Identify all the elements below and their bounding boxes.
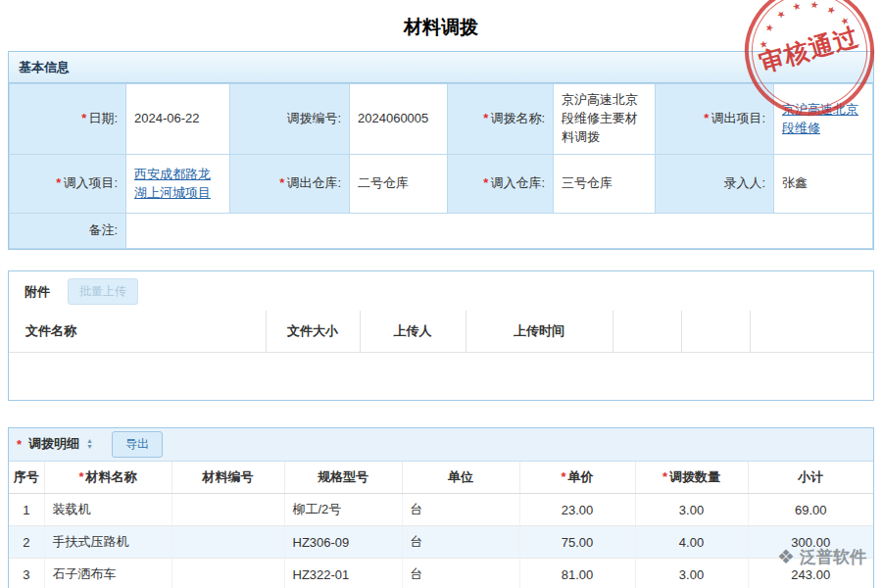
details-header: * 调拨明细 ▲ ▼ 导出 xyxy=(9,428,873,462)
cell-seq: 1 xyxy=(9,494,44,526)
required-marker: * xyxy=(561,469,565,484)
basic-info-row: *日期: 2024-06-22 调拨编号: 2024060005 *调拨名称: … xyxy=(10,84,873,155)
table-row[interactable]: 2 手扶式压路机 HZ306-09 台 75.00 4.00 300.00 xyxy=(9,526,873,559)
field-label-in-project: *调入项目: xyxy=(10,155,126,214)
required-marker: * xyxy=(78,469,83,484)
attachments-empty-body xyxy=(9,353,873,400)
required-marker: * xyxy=(56,175,61,190)
details-panel: * 调拨明细 ▲ ▼ 导出 序号 *材料名称 材料编号 规格型号 单位 *单价 … xyxy=(8,427,874,588)
field-label-text: 调入仓库: xyxy=(490,175,545,190)
column-header-material-code: 材料编号 xyxy=(172,462,284,494)
column-header-file-size: 文件大小 xyxy=(266,311,360,352)
cell-material-name: 手扶式压路机 xyxy=(44,526,172,559)
cell-seq: 3 xyxy=(9,559,44,588)
field-label-text: 调拨名称: xyxy=(490,111,545,125)
basic-info-section-title: 基本信息 xyxy=(9,52,873,83)
transfer-name-value: 京沪高速北京段维修主要材料调拨 xyxy=(562,92,638,144)
batch-upload-button[interactable]: 批量上传 xyxy=(68,278,138,305)
transfer-name-field[interactable]: 京沪高速北京段维修主要材料调拨 xyxy=(554,84,656,155)
column-header-spec: 规格型号 xyxy=(284,462,402,494)
required-marker: * xyxy=(704,111,709,125)
required-marker: * xyxy=(483,111,488,125)
out-warehouse-value: 二号仓库 xyxy=(358,175,409,190)
out-project-field: 京沪高速北京段维修 xyxy=(774,84,873,155)
field-label-out-warehouse: *调出仓库: xyxy=(230,155,350,214)
transfer-no-value: 2024060005 xyxy=(358,111,428,125)
cell-material-code xyxy=(172,559,284,588)
cell-material-name: 石子洒布车 xyxy=(44,559,172,588)
column-header-empty xyxy=(681,311,750,352)
cell-price: 81.00 xyxy=(519,559,635,588)
remark-field[interactable] xyxy=(126,214,873,249)
basic-info-row: *调入项目: 西安成都路龙湖上河城项目 *调出仓库: 二号仓库 *调入仓库: 三… xyxy=(10,155,873,214)
attachments-table: 文件名称 文件大小 上传人 上传时间 xyxy=(9,311,873,353)
field-label-text: 调拨编号: xyxy=(286,111,341,125)
table-row[interactable]: 1 装载机 柳工/2号 台 23.00 3.00 69.00 xyxy=(9,494,873,526)
field-label-text: 调出仓库: xyxy=(286,175,341,190)
header-text: 小计 xyxy=(798,469,823,484)
header-text: 序号 xyxy=(14,469,39,484)
cell-seq: 2 xyxy=(9,526,44,559)
transfer-no-field: 2024060005 xyxy=(350,84,448,155)
out-project-link[interactable]: 京沪高速北京段维修 xyxy=(782,102,858,135)
column-header-uploader: 上传人 xyxy=(360,311,466,352)
required-marker: * xyxy=(17,437,22,452)
header-text: 单位 xyxy=(448,469,473,484)
column-header-empty xyxy=(750,311,873,352)
field-label-text: 录入人: xyxy=(723,175,765,190)
field-label-remark: 备注: xyxy=(10,214,126,249)
cell-price: 23.00 xyxy=(519,494,635,526)
header-text: 规格型号 xyxy=(318,469,368,484)
column-header-seq: 序号 xyxy=(9,462,44,494)
attachments-header: 附件 批量上传 xyxy=(9,271,873,311)
column-header-material-name: *材料名称 xyxy=(44,462,172,494)
vendor-name: 泛普软件 xyxy=(800,546,866,568)
basic-info-row: 备注: xyxy=(10,214,873,249)
header-text: 单价 xyxy=(568,469,594,484)
page-title: 材料调拨 xyxy=(0,0,882,51)
field-label-out-project: *调出项目: xyxy=(656,84,774,155)
in-project-link[interactable]: 西安成都路龙湖上河城项目 xyxy=(134,167,211,200)
header-text: 调拨数量 xyxy=(669,469,720,484)
field-label-transfer-name: *调拨名称: xyxy=(448,84,554,155)
column-header-subtotal: 小计 xyxy=(748,462,873,494)
required-marker: * xyxy=(279,175,284,190)
basic-info-table: *日期: 2024-06-22 调拨编号: 2024060005 *调拨名称: … xyxy=(9,83,873,249)
column-header-file-name: 文件名称 xyxy=(9,311,266,352)
column-header-upload-time: 上传时间 xyxy=(466,311,612,352)
vendor-logo-icon: ❖ xyxy=(777,545,795,568)
cell-spec: HZ322-01 xyxy=(284,559,402,588)
required-marker: * xyxy=(483,175,488,190)
cell-unit: 台 xyxy=(402,494,519,526)
field-label-transfer-no: 调拨编号: xyxy=(230,84,350,155)
field-label-text: 调入项目: xyxy=(63,175,118,190)
sort-down-icon: ▼ xyxy=(86,444,93,450)
recorder-field: 张鑫 xyxy=(774,155,873,214)
in-warehouse-field[interactable]: 三号仓库 xyxy=(554,155,656,214)
vendor-watermark: ❖ 泛普软件 xyxy=(777,545,866,568)
required-marker: * xyxy=(662,469,667,484)
cell-material-code xyxy=(172,494,284,526)
date-field[interactable]: 2024-06-22 xyxy=(126,84,230,155)
header-text: 材料编号 xyxy=(203,469,254,484)
field-label-text: 调出项目: xyxy=(710,111,765,125)
column-header-unit: 单位 xyxy=(402,462,519,494)
cell-subtotal: 69.00 xyxy=(748,494,873,526)
cell-unit: 台 xyxy=(402,526,519,559)
date-value: 2024-06-22 xyxy=(134,111,200,125)
cell-spec: HZ306-09 xyxy=(284,526,402,559)
in-project-field: 西安成都路龙湖上河城项目 xyxy=(126,155,230,214)
cell-price: 75.00 xyxy=(519,526,635,559)
basic-info-panel: 基本信息 *日期: 2024-06-22 调拨编号: 2024060005 *调… xyxy=(8,51,874,250)
details-header-row: 序号 *材料名称 材料编号 规格型号 单位 *单价 *调拨数量 小计 xyxy=(9,462,873,494)
field-label-in-warehouse: *调入仓库: xyxy=(448,155,554,214)
required-marker: * xyxy=(81,111,86,125)
table-row[interactable]: 3 石子洒布车 HZ322-01 台 81.00 3.00 243.00 xyxy=(9,559,873,588)
export-button[interactable]: 导出 xyxy=(112,431,163,458)
field-label-text: 日期: xyxy=(88,111,118,125)
cell-qty: 3.00 xyxy=(635,494,748,526)
out-warehouse-field[interactable]: 二号仓库 xyxy=(350,155,448,214)
header-text: 材料名称 xyxy=(86,469,137,484)
column-header-qty: *调拨数量 xyxy=(635,462,748,494)
sort-icon[interactable]: ▲ ▼ xyxy=(86,438,93,450)
